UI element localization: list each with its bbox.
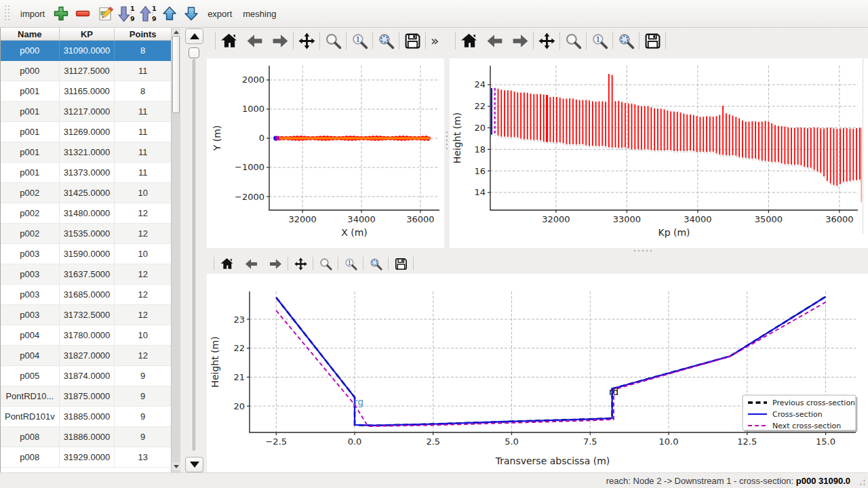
section-slider-handle[interactable] [189,47,199,58]
scrollbar-up-button[interactable] [172,28,181,36]
cell-name[interactable]: p003 [1,305,60,325]
cell-name[interactable]: p001 [1,81,60,101]
home-button[interactable] [214,255,239,272]
save-button[interactable] [639,28,665,54]
cell-kp[interactable]: 31090.0000 [60,41,115,60]
resize-grip[interactable] [856,476,866,486]
column-header-kp[interactable]: KP [60,28,115,40]
cell-points[interactable]: 12 [115,264,171,284]
cell-kp[interactable]: 31875.0000 [60,386,115,406]
horizontal-splitter[interactable] [207,248,868,253]
table-row[interactable]: p00131165.00008 [1,81,171,102]
table-row[interactable]: PontRD101v31885.00009 [1,407,171,427]
cell-kp[interactable]: 31480.0000 [60,203,115,223]
cell-name[interactable]: p001 [1,102,60,121]
cell-name[interactable]: p005 [1,366,60,386]
cell-kp[interactable]: 31217.0000 [60,102,115,121]
move-up-button[interactable] [159,3,180,24]
back-button[interactable] [239,255,263,272]
table-row[interactable]: p00231425.000010 [1,183,171,203]
scrollbar-thumb[interactable] [172,36,180,113]
table-row[interactable]: p00031127.500011 [1,61,171,81]
table-row[interactable]: p00131373.000011 [1,163,171,183]
cell-points[interactable]: 13 [115,447,171,467]
cell-kp[interactable]: 31590.0000 [60,244,115,264]
cell-points[interactable]: 11 [115,122,171,142]
cell-kp[interactable]: 31637.5000 [60,264,115,284]
zoom-button[interactable] [320,28,346,54]
forward-button[interactable] [263,255,288,272]
cell-name[interactable]: p001 [1,163,60,182]
cell-name[interactable]: p001 [1,122,60,142]
table-row[interactable]: p00231535.000012 [1,224,171,244]
cell-kp[interactable]: 31127.5000 [60,61,115,81]
cell-kp[interactable]: 31885.0000 [60,407,115,426]
table-row[interactable]: p00431827.000012 [1,346,171,366]
section-slider-groove[interactable] [193,59,195,451]
table-row[interactable]: p00231480.000012 [1,203,171,224]
cell-points[interactable]: 9 [115,427,171,447]
cell-kp[interactable]: 31269.0000 [60,122,115,142]
move-down-button[interactable] [180,3,202,24]
cell-name[interactable]: p002 [1,183,60,203]
cell-points[interactable]: 12 [115,224,171,243]
cell-name[interactable]: p002 [1,203,60,223]
pan-button[interactable] [288,255,313,272]
toolbar-overflow-chevron[interactable]: » [426,33,439,49]
table-row[interactable]: p00131269.000011 [1,122,171,142]
cell-points[interactable]: 10 [115,325,171,345]
cell-kp[interactable]: 31929.0000 [60,447,115,467]
cell-kp[interactable]: 31321.0000 [60,142,115,162]
zoom-one-button[interactable]: 1 [338,255,363,272]
zoom-fit-button[interactable] [613,28,639,54]
cell-points[interactable]: 12 [115,305,171,325]
table-row[interactable]: p00031090.00008 [1,41,171,61]
cell-name[interactable]: p008 [1,447,60,467]
cell-points[interactable]: 10 [115,244,171,264]
right-edge-splitter[interactable] [863,58,863,234]
cell-points[interactable]: 10 [115,183,171,203]
cell-name[interactable]: PontRD101v [1,407,60,426]
cell-kp[interactable]: 31886.0000 [60,427,115,447]
cell-name[interactable]: p000 [1,41,60,60]
table-row[interactable]: p00331590.000010 [1,244,171,264]
cell-points[interactable]: 11 [115,142,171,162]
table-row[interactable]: p00531874.00009 [1,366,171,386]
table-row[interactable]: p00831929.000013 [1,447,171,468]
remove-section-button[interactable] [72,3,94,24]
cell-points[interactable]: 12 [115,203,171,223]
cell-points[interactable]: 8 [115,41,171,60]
cell-points[interactable]: 12 [115,346,171,365]
table-row[interactable]: p00331685.000012 [1,285,171,305]
cell-points[interactable]: 11 [115,163,171,182]
table-scrollbar[interactable] [171,28,180,472]
sort-ascending-button[interactable]: 1:9 [137,3,159,24]
pan-button[interactable] [294,28,319,54]
edit-section-button[interactable] [94,3,115,24]
cell-name[interactable]: PontRD10... [1,386,60,406]
save-button[interactable] [399,28,425,54]
cell-points[interactable]: 8 [115,81,171,101]
add-section-button[interactable] [50,3,72,24]
cell-name[interactable]: p003 [1,244,60,264]
cell-kp[interactable]: 31535.0000 [60,224,115,243]
cell-kp[interactable]: 31732.5000 [60,305,115,325]
cell-points[interactable]: 9 [115,366,171,386]
forward-button[interactable] [267,28,293,54]
cell-name[interactable]: p004 [1,346,60,365]
table-row[interactable]: p00831886.00009 [1,427,171,447]
cell-kp[interactable]: 31874.0000 [60,366,115,386]
cell-name[interactable]: p003 [1,264,60,284]
cell-points[interactable]: 11 [115,102,171,121]
cell-kp[interactable]: 31373.0000 [60,163,115,182]
cell-points[interactable]: 11 [115,61,171,81]
cell-kp[interactable]: 31685.0000 [60,285,115,304]
column-header-points[interactable]: Points [115,28,171,40]
cell-points[interactable]: 12 [115,285,171,304]
sort-descending-button[interactable]: 1:9 [115,3,137,24]
table-row[interactable]: p00131321.000011 [1,142,171,163]
table-row[interactable]: p00331732.500012 [1,305,171,325]
export-menu[interactable]: export [202,5,237,23]
zoom-fit-button[interactable] [363,255,388,272]
table-row[interactable]: p00431780.000010 [1,325,171,346]
